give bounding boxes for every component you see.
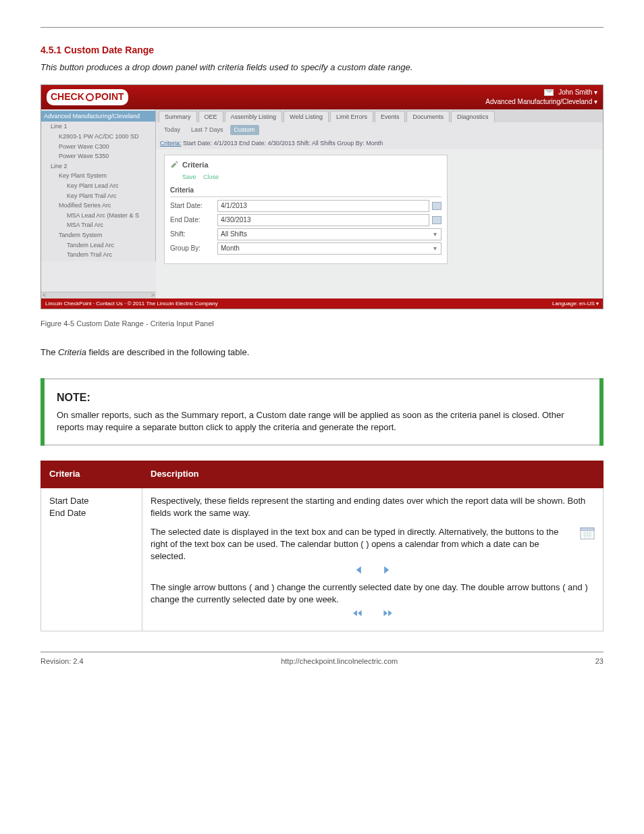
intro-paragraph: This button produces a drop down panel w… bbox=[41, 61, 603, 74]
intro-text: This button produces a drop down panel w… bbox=[41, 62, 412, 72]
tree-item[interactable]: Line 1 bbox=[41, 122, 155, 132]
note-body: On smaller reports, such as the Summary … bbox=[57, 409, 587, 434]
single-arrow-row bbox=[151, 565, 595, 578]
th-description: Description bbox=[142, 461, 603, 488]
tree-item[interactable]: Key Plant Trail Arc bbox=[41, 191, 155, 201]
user-name: John Smith bbox=[558, 88, 592, 96]
tree-root[interactable]: Advanced Manufacturing/Cleveland bbox=[41, 111, 155, 122]
tree-scrollbar[interactable]: <> bbox=[41, 292, 156, 298]
shift-select[interactable]: All Shifts▾ bbox=[217, 228, 441, 240]
cell-criteria: Start Date End Date bbox=[41, 488, 142, 631]
note-bar-right bbox=[599, 378, 603, 446]
cell-description: Respectively, these fields represent the… bbox=[142, 488, 603, 631]
shift-label: Shift: bbox=[170, 230, 217, 239]
tree-item[interactable]: Power Wave C300 bbox=[41, 142, 155, 152]
groupby-select[interactable]: Month▾ bbox=[217, 242, 441, 255]
report-tab[interactable]: Assembly Listing bbox=[225, 111, 283, 123]
groupby-label: Group By: bbox=[170, 244, 217, 253]
report-tab[interactable]: Summary bbox=[159, 111, 197, 123]
section-number: 4.5.1 bbox=[41, 45, 61, 55]
tree-item[interactable]: Line 2 bbox=[41, 161, 155, 172]
tree-item[interactable]: Key Plant System bbox=[41, 171, 155, 181]
start-date-field[interactable]: 4/1/2013 bbox=[217, 200, 429, 212]
user-company: Advanced Manufacturing/Cleveland bbox=[485, 98, 592, 105]
date-range-tabs: Today Last 7 Days Custom bbox=[156, 122, 603, 138]
tab-last7[interactable]: Last 7 Days bbox=[187, 125, 227, 135]
panel-title: Criteria bbox=[182, 160, 209, 170]
criteria-summary-line: Criteria: Start Date: 4/1/2013 End Date:… bbox=[156, 138, 603, 149]
footer-page: 23 bbox=[595, 656, 603, 667]
footer-left: Lincoln CheckPoint · Contact Us · © 2011… bbox=[45, 300, 218, 307]
footer-revision: Revision: 2.4 bbox=[41, 656, 84, 667]
calendar-icon bbox=[580, 526, 595, 543]
close-link[interactable]: Close bbox=[203, 174, 219, 180]
note-heading: NOTE: bbox=[57, 390, 587, 405]
table-row: Start Date End Date Respectively, these … bbox=[41, 488, 603, 631]
user-block[interactable]: John Smith ▾ Advanced Manufacturing/Clev… bbox=[485, 88, 597, 107]
note-block: NOTE: On smaller reports, such as the Su… bbox=[41, 378, 603, 446]
tree-item[interactable]: Tandem Lead Arc bbox=[41, 240, 155, 251]
arrow-left-icon bbox=[354, 565, 364, 578]
double-arrow-left-icon bbox=[352, 608, 364, 621]
section-title: Custom Date Range bbox=[64, 45, 154, 55]
calendar-icon[interactable] bbox=[432, 202, 441, 210]
start-date-label: Start Date: bbox=[170, 201, 217, 211]
end-date-field[interactable]: 4/30/2013 bbox=[217, 214, 429, 226]
end-date-label: End Date: bbox=[170, 215, 217, 225]
app-header: CHECKPOINT John Smith ▾ Advanced Manufac… bbox=[41, 85, 603, 109]
th-criteria: Criteria bbox=[41, 461, 142, 488]
criteria-panel: Criteria Save Close Criteria Start Date:… bbox=[164, 155, 448, 264]
report-tab[interactable]: Limit Errors bbox=[330, 111, 373, 123]
tool-icon bbox=[170, 159, 180, 172]
calendar-icon[interactable] bbox=[432, 216, 441, 224]
criteria-intro: The Criteria fields are described in the… bbox=[41, 346, 603, 359]
arrow-right-icon bbox=[381, 565, 391, 578]
page-footer: Revision: 2.4 http://checkpoint.lincolne… bbox=[41, 652, 603, 667]
criteria-summary-text: Start Date: 4/1/2013 End Date: 4/30/2013… bbox=[183, 140, 383, 147]
report-tabs: SummaryOEEAssembly ListingWeld ListingLi… bbox=[156, 109, 603, 123]
report-tab[interactable]: OEE bbox=[198, 111, 223, 123]
tree-item[interactable]: Modified Series Arc bbox=[41, 201, 155, 211]
svg-rect-1 bbox=[581, 528, 594, 531]
chevron-down-icon: ▾ bbox=[431, 230, 438, 239]
footer-right[interactable]: Language: en-US ▾ bbox=[552, 300, 599, 307]
double-arrow-right-icon bbox=[381, 608, 394, 621]
tree-item[interactable]: Key Plant Lead Arc bbox=[41, 181, 155, 191]
screenshot-figure: CHECKPOINT John Smith ▾ Advanced Manufac… bbox=[41, 84, 603, 309]
report-tab[interactable]: Events bbox=[375, 111, 406, 123]
save-link[interactable]: Save bbox=[182, 174, 196, 180]
criteria-table: Criteria Description Start Date End Date… bbox=[41, 461, 603, 631]
tree-item[interactable]: K2803-1 PW AC/DC 1000 SD bbox=[41, 132, 155, 142]
panel-section-label: Criteria bbox=[170, 186, 441, 197]
chevron-down-icon: ▾ bbox=[431, 244, 438, 253]
report-tab[interactable]: Weld Listing bbox=[284, 111, 329, 123]
tab-today[interactable]: Today bbox=[160, 125, 184, 135]
app-logo: CHECKPOINT bbox=[47, 89, 128, 105]
tree-item[interactable]: Tandem System bbox=[41, 230, 155, 240]
double-arrow-row bbox=[151, 608, 595, 621]
report-tab[interactable]: Diagnostics bbox=[451, 111, 495, 123]
tree-item[interactable]: Power Wave S350 bbox=[41, 151, 155, 161]
section-heading: 4.5.1 Custom Date Range bbox=[41, 44, 603, 57]
report-tab[interactable]: Documents bbox=[406, 111, 450, 123]
mail-icon[interactable] bbox=[544, 89, 554, 96]
nav-tree[interactable]: Advanced Manufacturing/Cleveland Line 1K… bbox=[41, 109, 156, 261]
top-rule bbox=[41, 27, 603, 28]
tree-item[interactable]: MSA Trail Arc bbox=[41, 220, 155, 230]
tree-item[interactable]: Tandem Trail Arc bbox=[41, 250, 155, 260]
app-footer: Lincoln CheckPoint · Contact Us · © 2011… bbox=[41, 298, 603, 309]
tab-custom[interactable]: Custom bbox=[230, 125, 259, 135]
criteria-link[interactable]: Criteria: bbox=[160, 140, 182, 147]
tree-item[interactable]: MSA Lead Arc (Master & S bbox=[41, 211, 155, 221]
figure-caption: Figure 4-5 Custom Date Range - Criteria … bbox=[41, 319, 603, 329]
footer-url: http://checkpoint.lincolnelectric.com bbox=[281, 656, 398, 667]
